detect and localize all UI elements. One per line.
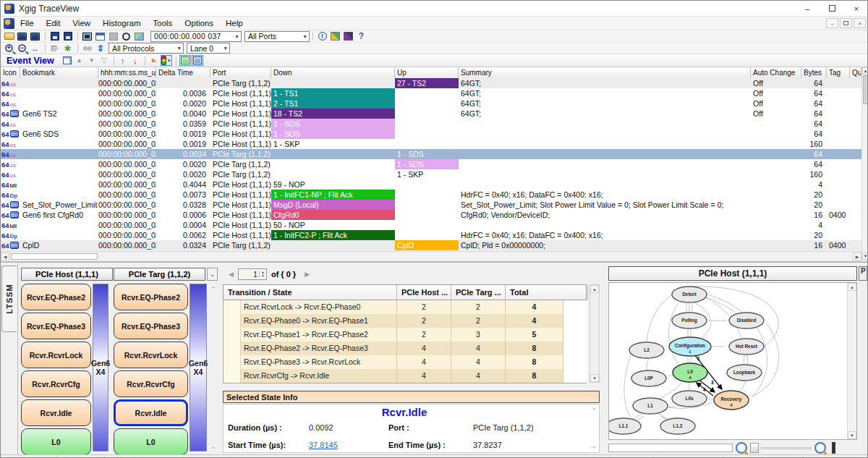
column-header-bookmark[interactable]: Bookmark (20, 67, 98, 78)
mdi-close-button[interactable]: × (854, 18, 866, 28)
ltssm-host-header-button[interactable]: PCIe Host (1,1,1) (21, 268, 113, 281)
scroll-left-icon[interactable]: ◀ (1, 253, 9, 260)
state-node-loopback[interactable]: Loopback (727, 365, 762, 381)
menu-view[interactable]: View (72, 19, 90, 27)
diagram-zoom-in-button[interactable] (814, 442, 826, 454)
transition-row[interactable]: Rcvr.EQ-Phase0 -> Rcvr.EQ-Phase1224 (224, 314, 586, 328)
state-node-hot-reset[interactable]: Hot Reset (729, 339, 764, 355)
scroll-thumb[interactable] (11, 253, 98, 260)
inspect-event-button[interactable] (61, 55, 73, 66)
menu-histogram[interactable]: Histogram (103, 19, 140, 27)
ltssm-dropdown-button[interactable]: ⌄ (207, 268, 218, 281)
transition-column-header[interactable]: Total (506, 285, 588, 300)
marker-button[interactable]: ∗ (61, 43, 74, 54)
menu-file[interactable]: File (20, 19, 34, 27)
jump-down-button[interactable]: ↓ (129, 55, 141, 66)
save-as-button[interactable] (61, 31, 74, 42)
ltssm-state-l0[interactable]: L0 (21, 428, 91, 455)
column-header-summary[interactable]: Summary (459, 67, 751, 78)
ltssm-state-rcvr-eq-phase2[interactable]: Rcvr.EQ-Phase2 (21, 284, 91, 310)
transitions-scrollbar[interactable]: ▲ ▼ (590, 284, 600, 383)
menu-tools[interactable]: Tools (153, 19, 172, 27)
next-event-button[interactable]: ▼ (86, 55, 98, 66)
minimize-button[interactable]: – (795, 1, 820, 17)
state-node-l1-2[interactable]: L1.2 (660, 418, 695, 434)
ltssm-state-rcvr-rcvrlock[interactable]: Rcvr.RcvrLock (114, 342, 188, 368)
event-table-row[interactable]: 64BmGen6 SDS000:00:00.000_0370.0019PCIe … (1, 129, 861, 139)
column-header-up[interactable]: Up (395, 67, 459, 78)
time-jump-field[interactable]: 000:00:00.000 037 ▼ (150, 31, 242, 42)
transition-column-header[interactable]: PCIe Targ ... (451, 285, 506, 300)
lane-select[interactable]: Lane 0 ▼ (187, 43, 230, 54)
transition-row[interactable]: Rcvr.RcvrLock -> Rcvr.EQ-Phase0224 (224, 300, 586, 314)
column-header-down[interactable]: Down (271, 67, 395, 78)
spinner-arrows-icon[interactable]: ▲▼ (259, 271, 266, 278)
event-table-horizontal-scrollbar[interactable]: ◀ ▶ (1, 251, 861, 260)
event-table-row[interactable]: 64os000:00:00.000_0370.0359PCIe Host (1,… (1, 119, 861, 129)
event-table-row[interactable]: 64os000:00:00.000_0370.0036PCIe Host (1,… (1, 88, 861, 98)
search-button[interactable] (81, 43, 93, 54)
diagram-zoom-out-button[interactable] (736, 442, 747, 454)
state-node-l1[interactable]: L1 (633, 398, 668, 414)
maximize-button[interactable] (820, 1, 844, 17)
scroll-down-icon[interactable]: ▼ (862, 253, 868, 260)
scroll-up-icon[interactable]: ⌃ (591, 407, 597, 415)
diagram-zoom-slider-thumb[interactable] (750, 443, 759, 453)
scroll-up-icon[interactable]: ▲ (848, 283, 856, 291)
display-scheme-button[interactable] (342, 31, 354, 42)
state-node-configuration[interactable]: Configuration1 (669, 337, 711, 356)
image-view-button[interactable] (133, 31, 145, 42)
event-table-row[interactable]: 64Idl000:00:00.000_0380.4044PCIe Host (1… (1, 179, 861, 190)
column-header-port[interactable]: Port (210, 67, 271, 78)
event-table-row[interactable]: 64os000:00:00.000_0370.0019PCIe Host (1,… (1, 139, 861, 149)
state-node-l0s[interactable]: L0s (672, 391, 707, 407)
transition-column-header[interactable]: PCIe Host ... (397, 285, 451, 300)
state-node-recovery[interactable]: Recovery4 (714, 391, 749, 410)
column-header-tag[interactable]: Tag (827, 67, 850, 78)
scroll-up-icon[interactable]: ⌃ (210, 286, 216, 293)
event-table-row[interactable]: 64Dp000:00:00.000_0380.0073PCIe Host (1,… (1, 190, 861, 200)
column-header-hhh-mm-ss-ms-us[interactable]: hhh:mm:ss.ms_us (98, 67, 156, 78)
column-header-bytes[interactable]: Bytes (801, 67, 827, 78)
scroll-thumb[interactable] (863, 75, 868, 104)
timing-view-button[interactable] (120, 31, 132, 42)
disabled-view-button[interactable] (107, 31, 119, 42)
help-button[interactable]: ? (355, 31, 367, 42)
protocols-select[interactable]: All Protocols ▼ (109, 43, 184, 54)
ltssm-state-rcvr-eq-phase3[interactable]: Rcvr.EQ-Phase3 (114, 313, 188, 339)
scroll-down-icon[interactable]: ⌄ (591, 442, 597, 449)
column-header-qu[interactable]: Qu (850, 67, 861, 78)
fit-width-button[interactable]: ↔ (29, 43, 41, 54)
pager-next-icon[interactable]: ▶ (305, 271, 310, 278)
event-table-row[interactable]: 64os000:00:00.000_0370.0034PCIe Targ (1,… (1, 149, 861, 159)
tag-button[interactable] (48, 43, 61, 54)
blue-grid-toggle-button[interactable] (192, 55, 203, 66)
start-time-link[interactable]: 37.8145 (309, 441, 338, 449)
ltssm-state-rcvr-idle[interactable]: Rcvr.Idle (21, 399, 91, 426)
ports-select[interactable]: All Ports ▼ (244, 31, 310, 42)
transition-row[interactable]: Rcvr.EQ-Phase1 -> Rcvr.EQ-Phase2235 (224, 328, 586, 342)
event-table-row[interactable]: 64BmSet_Slot_Power_Limit000:00:00.000_03… (1, 200, 861, 210)
zoom-in-button[interactable]: + (3, 43, 15, 54)
time-delta-button[interactable]: t₀ (148, 55, 160, 66)
ltssm-state-rcvr-eq-phase2[interactable]: Rcvr.EQ-Phase2 (114, 284, 188, 310)
transition-row[interactable]: Rcvr.EQ-Phase2 -> Rcvr.EQ-Phase3448 (224, 342, 586, 355)
event-table-row[interactable]: 64os000:00:00.000_0370.0020PCIe Targ (1,… (1, 159, 861, 169)
transition-row[interactable]: Rcvr.RcvrCfg -> Rcvr.Idle448 (224, 369, 586, 383)
event-table-row[interactable]: 64Idl000:00:00.000_0380.0004PCIe Host (1… (1, 220, 861, 230)
pager-spinbox[interactable]: 1 ▲▼ (238, 268, 267, 280)
event-table-vertical-scrollbar[interactable]: ▲ ▼ (861, 67, 868, 260)
ltssm-state-rcvr-rcvrlock[interactable]: Rcvr.RcvrLock (21, 342, 91, 368)
scroll-up-icon[interactable]: ▲ (590, 285, 599, 293)
transition-column-header[interactable]: Transition / State (224, 285, 397, 300)
ltssm-tab[interactable]: LTSSM (1, 266, 17, 332)
pager-previous-icon[interactable]: ◀ (229, 271, 234, 278)
ltssm-state-rcvr-rcvrcfg[interactable]: Rcvr.RcvrCfg (114, 370, 188, 397)
menu-help[interactable]: Help (226, 19, 243, 27)
filter-button[interactable]: ▽ (98, 55, 110, 66)
mdi-restore-button[interactable] (840, 18, 852, 28)
event-table-row[interactable]: 64Dp000:00:00.000_0380.0062PCIe Host (1,… (1, 230, 861, 240)
diagram-horizontal-scrollbar[interactable] (608, 444, 733, 452)
zoom-out-button[interactable]: − (16, 43, 28, 54)
trace-tool-button-2[interactable] (29, 31, 41, 42)
